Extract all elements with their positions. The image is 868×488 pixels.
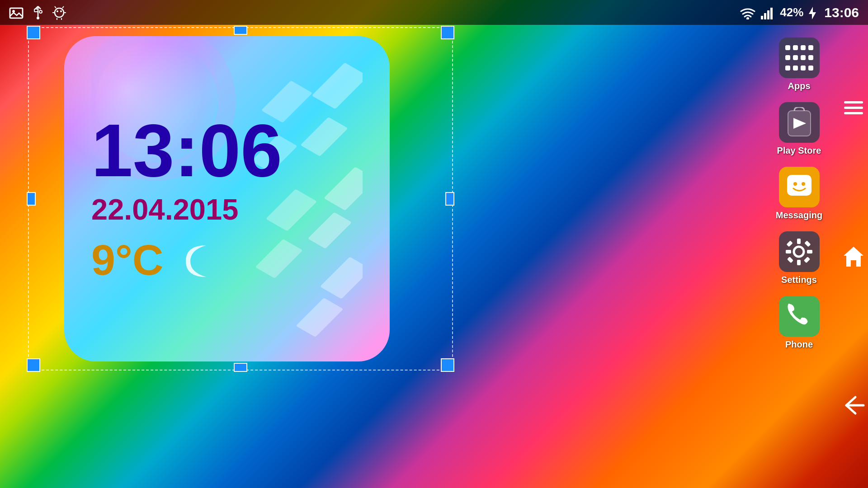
edge-handle-bottom[interactable] [234, 363, 247, 372]
clock-weather-widget[interactable]: 13:06 22.04.2015 9°C [64, 36, 390, 361]
svg-point-30 [794, 247, 804, 257]
gallery-icon [9, 5, 24, 20]
edge-handle-left[interactable] [27, 192, 36, 206]
usb-icon [32, 5, 44, 20]
apps-label: Apps [788, 81, 811, 91]
svg-line-13 [62, 6, 64, 8]
corner-handle-bl[interactable] [27, 358, 40, 372]
edge-handle-right[interactable] [445, 192, 454, 206]
svg-rect-37 [787, 256, 793, 263]
svg-point-18 [746, 17, 749, 19]
svg-point-8 [37, 17, 39, 19]
play-store-icon[interactable] [779, 102, 820, 143]
corner-handle-tr[interactable] [441, 26, 454, 39]
wifi-icon [740, 5, 755, 19]
signal-bars-icon [761, 5, 774, 19]
widget-weather: 9°C [91, 235, 217, 285]
phone-icon[interactable] [779, 296, 820, 337]
battery-percent: 42% [780, 5, 803, 19]
svg-rect-35 [787, 240, 793, 247]
phone-label: Phone [785, 339, 813, 350]
svg-rect-22 [770, 8, 773, 19]
widget-container[interactable]: 13:06 22.04.2015 9°C [28, 27, 453, 371]
apps-app-item[interactable]: Apps [764, 34, 834, 95]
back-button[interactable] [842, 395, 865, 415]
svg-rect-32 [797, 260, 801, 265]
app-dock: Apps Play Store [760, 25, 839, 488]
svg-point-29 [802, 182, 805, 186]
widget-date: 22.04.2015 [91, 192, 238, 226]
svg-rect-36 [804, 240, 811, 247]
svg-point-7 [39, 10, 42, 13]
svg-rect-38 [804, 256, 810, 263]
svg-point-11 [60, 10, 62, 12]
svg-point-9 [55, 8, 64, 17]
settings-icon[interactable] [779, 231, 820, 272]
play-store-app-item[interactable]: Play Store [764, 99, 834, 160]
svg-marker-39 [844, 247, 863, 267]
svg-rect-1 [10, 8, 23, 18]
charging-icon [809, 5, 816, 19]
status-bar-right: 42% 13:06 [740, 5, 859, 20]
widget-time: 13:06 [91, 113, 282, 188]
weather-icon [181, 238, 217, 282]
svg-rect-0 [10, 8, 23, 18]
status-bar-left [9, 5, 66, 20]
svg-rect-26 [787, 175, 811, 196]
status-time: 13:06 [824, 5, 859, 20]
home-button[interactable] [842, 245, 865, 268]
settings-label: Settings [781, 275, 817, 285]
svg-point-10 [57, 10, 58, 12]
phone-app-item[interactable]: Phone [764, 292, 834, 353]
android-icon [52, 5, 66, 20]
messaging-icon[interactable] [779, 167, 820, 207]
messaging-label: Messaging [776, 210, 822, 221]
widget-temperature: 9°C [91, 235, 163, 285]
corner-handle-br[interactable] [441, 358, 454, 372]
svg-rect-20 [764, 13, 766, 19]
svg-point-28 [793, 182, 797, 186]
settings-app-item[interactable]: Settings [764, 228, 834, 289]
svg-rect-21 [767, 10, 769, 19]
apps-icon[interactable] [779, 38, 820, 78]
svg-rect-19 [761, 16, 763, 19]
nav-buttons [839, 25, 868, 488]
corner-handle-tl[interactable] [27, 26, 40, 39]
svg-marker-23 [809, 7, 816, 19]
status-bar: 42% 13:06 [0, 0, 868, 25]
messaging-app-item[interactable]: Messaging [764, 163, 834, 224]
svg-rect-33 [786, 250, 791, 253]
svg-line-12 [55, 6, 56, 8]
svg-rect-34 [807, 250, 812, 253]
play-store-label: Play Store [777, 145, 821, 156]
edge-handle-top[interactable] [234, 26, 247, 35]
menu-button[interactable] [840, 98, 867, 118]
svg-rect-31 [797, 239, 801, 244]
